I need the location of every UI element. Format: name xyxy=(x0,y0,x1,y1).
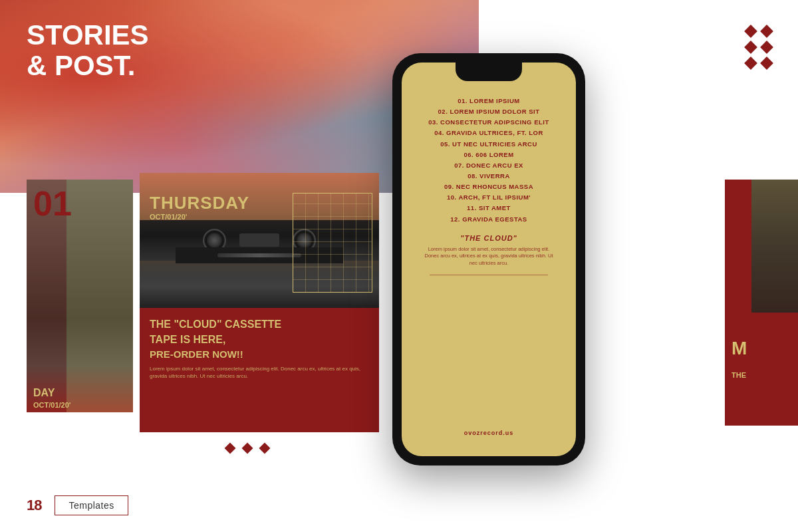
card-right-image xyxy=(751,180,798,313)
cassette-tape-strip xyxy=(217,253,301,257)
track-08: 08. VIVERRA xyxy=(415,171,563,182)
diamonds-row xyxy=(226,444,269,452)
card-right-letter: M xyxy=(732,338,747,359)
phone-tracklist: 01. LOREM IPSIUM 02. LOREM IPSIUM DOLOR … xyxy=(415,96,563,225)
cassette-headline2: TAPE IS HERE, xyxy=(150,333,369,346)
diamond-icon-1 xyxy=(744,25,757,38)
track-10: 10. ARCH, FT LIL IPSIUM' xyxy=(415,192,563,203)
track-09: 09. NEC RHONCUS MASSA xyxy=(415,182,563,192)
card-01: 01 DAY OCT/01/20' xyxy=(27,180,133,412)
templates-badge: Templates xyxy=(55,495,128,515)
card-right: M THE xyxy=(725,180,798,426)
diamond-row-1 xyxy=(225,443,236,454)
card-01-number: 01 xyxy=(33,186,72,221)
diamonds-decoration xyxy=(746,27,771,68)
diamond-icon-5 xyxy=(744,57,757,70)
phone-divider xyxy=(430,275,548,275)
phone-notch xyxy=(456,63,522,81)
diamond-icon-3 xyxy=(744,41,757,54)
diamond-icon-6 xyxy=(760,57,773,70)
diamond-icon-2 xyxy=(760,25,773,38)
track-04: 04. GRAVIDA ULTRICES, FT. LOR xyxy=(415,128,563,138)
title-line1: STORIES xyxy=(27,20,149,51)
cassette-day-label: THURSDAY xyxy=(150,193,249,213)
cassette-subheadline: PRE-ORDER NOW!! xyxy=(150,348,369,360)
diamond-row-2 xyxy=(242,443,253,454)
phone-content: 01. LOREM IPSIUM 02. LOREM IPSIUM DOLOR … xyxy=(402,63,576,456)
track-05: 05. UT NEC ULTRICIES ARCU xyxy=(415,139,563,150)
track-03: 03. CONSECTETUR ADIPSCING ELIT xyxy=(415,117,563,128)
diamond-row-3 xyxy=(259,443,271,454)
cassette-date-label: OCT/01/20' xyxy=(150,213,187,221)
track-12: 12. GRAVIDA EGESTAS xyxy=(415,214,563,225)
track-11: 11. SIT AMET xyxy=(415,203,563,213)
phone-website: ovozrecord.us xyxy=(464,430,514,443)
track-07: 07. DONEC ARCU EX xyxy=(415,160,563,171)
phone-album-title: "THE CLOUD" xyxy=(460,234,517,242)
card-01-date: OCT/01/20' xyxy=(33,401,70,409)
card-cassette: THURSDAY OCT/01/20' THE "CLOUD" CASSETTE… xyxy=(140,173,379,432)
track-01: 01. LOREM IPSIUM xyxy=(415,96,563,106)
cassette-body-text: Lorem ipsum dolor sit amet, consectetur … xyxy=(150,365,369,380)
card-right-sub: THE xyxy=(732,371,746,379)
phone-mockup: 01. LOREM IPSIUM 02. LOREM IPSIUM DOLOR … xyxy=(392,53,585,466)
logo: 18 xyxy=(27,497,41,514)
bottom-bar: 18 Templates xyxy=(0,479,412,532)
track-02: 02. LOREM IPSIUM DOLOR SIT xyxy=(415,106,563,117)
phone-album-desc: Lorem ipsum dolor sit amet, consectetur … xyxy=(415,246,563,267)
cassette-grid-overlay xyxy=(293,193,372,293)
title-line2: & POST. xyxy=(27,51,149,81)
card-01-day: DAY xyxy=(33,387,55,399)
track-06: 06. 606 LOREM xyxy=(415,150,563,160)
diamond-icon-4 xyxy=(760,41,773,54)
cassette-headline: THE "CLOUD" CASSETTE xyxy=(150,318,369,331)
phone-screen: 01. LOREM IPSIUM 02. LOREM IPSIUM DOLOR … xyxy=(402,63,576,456)
cassette-bottom-content: THE "CLOUD" CASSETTE TAPE IS HERE, PRE-O… xyxy=(140,308,379,432)
main-title: STORIES & POST. xyxy=(27,20,149,81)
